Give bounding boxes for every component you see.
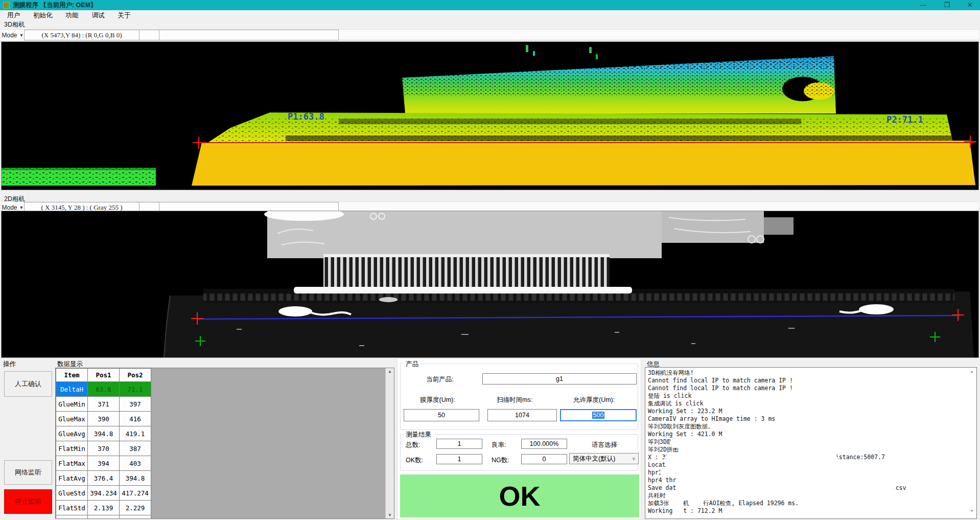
menu-init[interactable]: 初始化 [33, 11, 53, 19]
app-icon [3, 2, 10, 9]
selected-text: 500 [592, 412, 605, 419]
menu-debug[interactable]: 调试 [92, 11, 105, 19]
table-row[interactable]: FlatMax 394 403 [56, 456, 151, 471]
minimize-button[interactable]: — [920, 0, 926, 10]
title-bar: 测膜程序 【当前用户: OEM】 — ❐ ✕ [0, 0, 980, 10]
language-label: 语言选择 [592, 441, 617, 449]
redaction-blob [669, 439, 709, 448]
result-status-banner: OK [400, 474, 639, 517]
product-group-label: 产品 [404, 360, 421, 369]
table-row[interactable]: FlatMin 370 387 [56, 441, 151, 456]
current-product-label: 当前产品: [426, 375, 453, 384]
table-row[interactable]: GlueStd 394.234 417.274 [56, 486, 151, 501]
results-group-label: 测量结果 [404, 431, 433, 439]
allowed-thickness-field[interactable]: 500 [560, 409, 637, 421]
scroll-up-icon[interactable]: ▲ [970, 369, 974, 374]
total-field[interactable]: 1 [436, 439, 482, 449]
camera-3d-toolbar: Mode ▼ (X 5473,Y 84) : (R 0,G 0,B 0) [1, 29, 979, 40]
current-product-field[interactable]: g1 [482, 373, 637, 385]
redaction-blob [664, 453, 838, 468]
stop-listen-button[interactable]: 停止监听 [4, 489, 52, 514]
network-listen-button[interactable]: 网络监听 [4, 460, 52, 485]
allowed-thickness-label: 允许厚度(Um): [573, 396, 615, 404]
scroll-down-icon[interactable]: ▼ [970, 509, 974, 513]
camera-3d-pixel-readout: (X 5473,Y 84) : (R 0,G 0,B 0) [24, 30, 139, 40]
camera-3d-mode-button[interactable]: Mode ▼ [1, 30, 25, 40]
2d-grayscale-image [2, 211, 978, 357]
ok-count-field[interactable]: 1 [436, 454, 482, 464]
col-pos1: Pos1 [88, 369, 120, 382]
col-item: Item [56, 369, 88, 382]
toolbar-cell [139, 30, 159, 40]
menu-about[interactable]: 关于 [118, 11, 131, 19]
operations-label: 操作 [3, 360, 16, 369]
language-select[interactable]: 简体中文(默认) ˅ [569, 453, 639, 464]
table-row[interactable]: GlueMin 371 397 [56, 397, 151, 412]
table-row[interactable]: FlatAvg 376.4 394.8 [56, 471, 151, 486]
3d-heightmap-image: P1:63.8 P2:71.1 [2, 42, 978, 190]
table-row[interactable]: FlatStd 2.139 2.229 [56, 501, 151, 515]
menu-user[interactable]: 用户 [7, 11, 20, 19]
menu-bar: 用户 初始化 功能 调试 关于 [0, 10, 980, 20]
scroll-up-icon[interactable]: ▲ [388, 369, 392, 374]
measurement-table: Item Pos1 Pos2 DeltaH 63.8 71.1 GlueMin … [56, 368, 151, 519]
product-group: 产品 当前产品: g1 膜厚度(Um): 扫描时间ms: 允许厚度(Um): 5… [400, 364, 638, 430]
table-row[interactable]: GlueMax 390 416 [56, 412, 151, 426]
film-thickness-label: 膜厚度(Um): [420, 396, 455, 404]
table-row[interactable]: X 2583.5 7966.7 [56, 515, 151, 519]
scroll-down-icon[interactable]: ▼ [388, 513, 392, 517]
manual-confirm-button[interactable]: 人工确认 [4, 371, 52, 397]
window-title: 测膜程序 【当前用户: OEM】 [13, 1, 97, 10]
total-label: 总数: [406, 441, 420, 449]
camera-3d-view[interactable]: P1:63.8 P2:71.1 [1, 41, 979, 190]
ng-count-label: NG数: [492, 456, 509, 465]
table-row[interactable]: DeltaH 63.8 71.1 [56, 382, 151, 397]
chevron-down-icon: ˅ [632, 456, 635, 462]
table-row[interactable]: GlueAvg 394.8 419.1 [56, 426, 151, 441]
p1-measurement-label: P1:63.8 [288, 111, 324, 122]
results-group: 测量结果 总数: 1 良率: 100.000% 语言选择 OK数: 1 NG数:… [400, 434, 638, 471]
close-button[interactable]: ✕ [967, 0, 973, 10]
p2-measurement-label: P2:71.1 [886, 115, 923, 125]
redaction-blob [660, 467, 739, 477]
maximize-button[interactable]: ❐ [944, 0, 950, 10]
yield-field[interactable]: 100.000% [521, 439, 567, 449]
menu-function[interactable]: 功能 [66, 11, 79, 19]
toolbar-cell [338, 30, 979, 40]
chevron-down-icon: ▼ [19, 205, 24, 210]
toolbar-cell [159, 30, 339, 40]
table-scrollbar[interactable]: ▲ ▼ [385, 368, 394, 518]
scan-time-field[interactable]: 1074 [487, 409, 557, 421]
table-header-row: Item Pos1 Pos2 [56, 369, 151, 382]
data-display-panel: Item Pos1 Pos2 DeltaH 63.8 71.1 GlueMin … [55, 368, 394, 519]
product-panel: 产品 当前产品: g1 膜厚度(Um): 扫描时间ms: 允许厚度(Um): 5… [397, 358, 641, 520]
yield-label: 良率: [492, 441, 506, 449]
camera-2d-view[interactable] [1, 211, 979, 358]
scan-time-label: 扫描时间ms: [497, 396, 532, 404]
camera-3d-label: 3D相机 [4, 20, 25, 29]
redaction-blob [726, 485, 894, 493]
ng-count-field[interactable]: 0 [521, 454, 567, 464]
col-pos2: Pos2 [120, 369, 151, 382]
ok-count-label: OK数: [406, 456, 423, 465]
film-thickness-field[interactable]: 50 [404, 409, 479, 421]
chevron-down-icon: ▼ [19, 33, 24, 38]
